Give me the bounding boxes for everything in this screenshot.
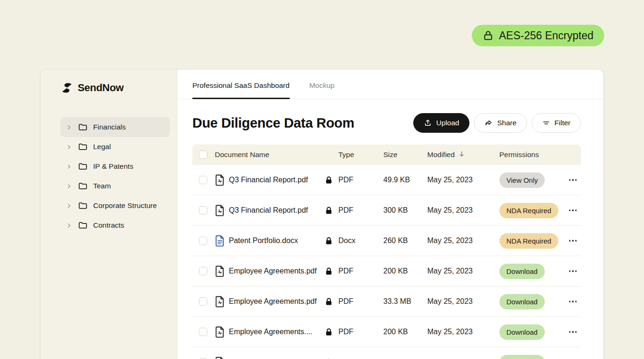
permission-badge: Download (499, 355, 545, 359)
document-type: PDF (338, 297, 383, 306)
table-row[interactable]: Employee Agreements.pdf PDF 200 KB May 2… (192, 256, 581, 287)
document-type: PDF (338, 267, 383, 275)
permission-badge: NDA Required (499, 233, 558, 249)
filter-icon (542, 119, 550, 127)
logo-text: SendNow (78, 82, 124, 94)
sidebar-item-label: IP & Patents (93, 162, 133, 171)
chevron-right-icon[interactable] (66, 164, 72, 170)
sidebar-item-contracts[interactable]: Contracts (60, 215, 170, 235)
app-window: SendNow Financials Legal IP & Patents Te… (40, 69, 604, 359)
pdf-file-icon (215, 205, 229, 216)
lock-icon (325, 328, 338, 336)
row-menu-button[interactable] (566, 325, 580, 339)
permission-badge: Download (499, 294, 545, 309)
folder-icon (78, 201, 88, 211)
row-checkbox[interactable] (199, 206, 207, 215)
document-modified: May 25, 2023 (427, 297, 499, 306)
sidebar-item-financials[interactable]: Financials (60, 117, 170, 137)
pdf-file-icon (215, 266, 229, 277)
pdf-file-icon (215, 326, 229, 338)
documents-table: Document Name Type Size Modified Permiss… (192, 144, 581, 359)
chevron-right-icon[interactable] (66, 183, 72, 189)
filter-button[interactable]: Filter (532, 113, 581, 133)
table-row[interactable]: Q3 Financial Report.pdf PDF 300 KB May 2… (192, 195, 581, 226)
row-menu-button[interactable] (566, 355, 580, 359)
sidebar-item-label: Team (93, 182, 111, 190)
chevron-right-icon[interactable] (66, 124, 72, 130)
sidebar-item-ip-patents[interactable]: IP & Patents (60, 157, 170, 176)
content-area: Due Diligence Data Room Upload (177, 99, 604, 359)
folder-icon (78, 220, 88, 230)
sidebar-item-label: Corporate Structure (93, 201, 157, 210)
row-checkbox[interactable] (199, 237, 207, 245)
row-checkbox[interactable] (199, 328, 207, 336)
sendnow-logo-icon (60, 82, 73, 94)
document-modified: May 25, 2023 (427, 206, 499, 215)
table-row[interactable]: Employee Agreements.... PDF 200 KB May 2… (192, 317, 581, 347)
encryption-badge: AES-256 Encrypted (472, 25, 604, 46)
chevron-right-icon[interactable] (66, 144, 72, 150)
row-menu-button[interactable] (566, 234, 580, 248)
row-menu-button[interactable] (566, 203, 580, 217)
sidebar-item-corporate-structure[interactable]: Corporate Structure (60, 196, 170, 215)
tab-bar: Professional SaaS Dashboard Mockup (177, 70, 604, 99)
share-icon (484, 119, 493, 127)
sidebar-item-legal[interactable]: Legal (60, 137, 170, 157)
table-header: Document Name Type Size Modified Permiss… (192, 144, 581, 165)
column-type[interactable]: Type (338, 151, 383, 159)
folder-icon (78, 122, 88, 132)
lock-icon (325, 267, 338, 275)
document-name: Patent Portfolio.docx (229, 237, 325, 245)
document-size: 33.3 MB (383, 297, 427, 306)
table-row[interactable]: Patent Portfolio.docx Docx 260 KB May 25… (192, 226, 581, 256)
row-menu-button[interactable] (566, 294, 580, 309)
upload-icon (424, 119, 432, 127)
document-size: 49.9 KB (383, 176, 427, 184)
row-menu-button[interactable] (566, 264, 580, 278)
document-type: PDF (338, 176, 383, 184)
document-modified: May 25, 2023 (427, 328, 499, 336)
folder-icon (78, 161, 88, 172)
document-size: 300 KB (383, 206, 427, 215)
document-modified: May 25, 2023 (427, 237, 499, 245)
lock-icon (325, 207, 338, 215)
chevron-right-icon[interactable] (66, 203, 72, 209)
row-checkbox[interactable] (199, 176, 207, 184)
sidebar-item-label: Financials (93, 123, 126, 131)
sidebar-item-label: Contracts (93, 221, 124, 230)
sidebar-item-team[interactable]: Team (60, 176, 170, 196)
sort-desc-icon (458, 151, 465, 159)
share-button[interactable]: Share (474, 113, 527, 133)
sidebar-nav: Financials Legal IP & Patents Team Corpo… (60, 117, 170, 235)
lock-icon (325, 298, 338, 306)
document-name: Q3 Financial Report.pdf (229, 206, 325, 215)
chevron-right-icon[interactable] (66, 223, 72, 229)
select-all-checkbox[interactable] (199, 151, 207, 159)
lock-icon (325, 176, 338, 184)
column-document-name[interactable]: Document Name (215, 151, 325, 159)
table-body: Q3 Financial Report.pdf PDF 49.9 KB May … (192, 165, 581, 359)
row-checkbox[interactable] (199, 297, 207, 306)
table-row[interactable]: Patent Portfolio.d... PDF 300 KB May 25,… (192, 347, 581, 359)
permission-badge: Download (499, 264, 545, 279)
sidebar: SendNow Financials Legal IP & Patents Te… (41, 70, 177, 359)
document-name: Employee Agreements.... (229, 328, 325, 336)
document-type: PDF (338, 206, 383, 215)
tab-professional-saas-dashboard[interactable]: Professional SaaS Dashboard (192, 70, 290, 99)
document-size: 200 KB (383, 267, 427, 275)
document-name: Q3 Financial Report.pdf (229, 176, 325, 184)
pdf-file-icon (215, 174, 229, 186)
column-permissions[interactable]: Permissions (499, 151, 566, 159)
document-modified: May 25, 2023 (427, 267, 499, 275)
row-checkbox[interactable] (199, 267, 207, 275)
table-row[interactable]: Q3 Financial Report.pdf PDF 49.9 KB May … (192, 165, 581, 195)
sidebar-item-label: Legal (93, 143, 111, 151)
document-size: 260 KB (383, 237, 427, 245)
column-size[interactable]: Size (383, 151, 427, 159)
tab-mockup[interactable]: Mockup (309, 70, 335, 99)
table-row[interactable]: Employee Agreements.pdf PDF 33.3 MB May … (192, 287, 581, 317)
folder-icon (78, 181, 88, 191)
column-modified[interactable]: Modified (427, 151, 499, 159)
upload-button[interactable]: Upload (413, 113, 469, 133)
row-menu-button[interactable] (566, 173, 580, 187)
